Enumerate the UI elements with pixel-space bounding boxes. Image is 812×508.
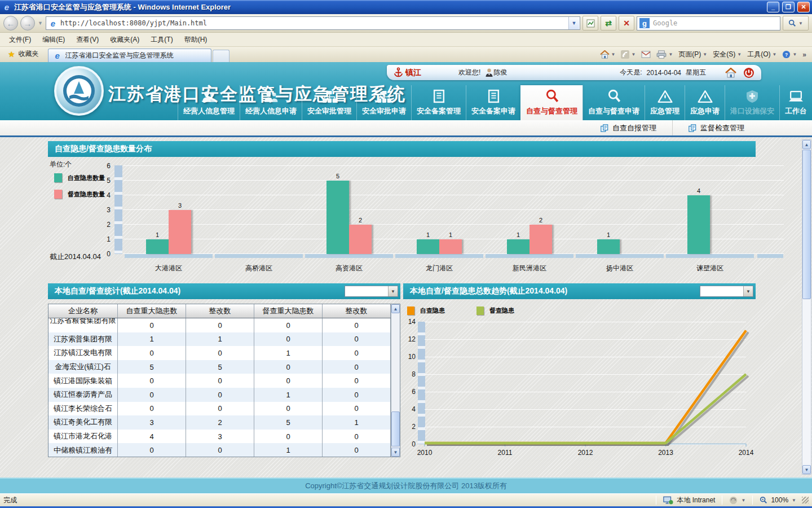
nav-item[interactable]: 安全备案申请 — [466, 85, 520, 120]
table-column-header[interactable]: 整改数 — [186, 304, 254, 318]
forward-button[interactable]: → — [20, 16, 35, 30]
nav-item[interactable]: 安全备案管理 — [411, 85, 466, 120]
table-cell: 0 — [254, 374, 323, 388]
menu-item-4[interactable]: 工具(T) — [145, 33, 178, 47]
submenu-item[interactable]: 监督检查管理 — [673, 120, 760, 135]
favorites-button[interactable]: ★ 收藏夹 — [2, 46, 45, 62]
logout-power-icon[interactable] — [743, 67, 754, 78]
search-placeholder[interactable]: Google — [653, 19, 677, 27]
print-button[interactable]: ▼ — [656, 50, 673, 59]
nav-item[interactable]: 港口设施保安 — [725, 85, 779, 120]
table-scroll-up-icon[interactable]: ▲ — [391, 304, 400, 313]
line-x-tick-label: 2011 — [488, 449, 522, 457]
minimize-button[interactable]: _ — [767, 2, 779, 12]
nav-item[interactable]: 工作台 — [779, 85, 812, 120]
nav-item[interactable]: 自查与督查申请 — [582, 85, 645, 120]
url-text[interactable]: http://localhost:8080/yjpt/Main.html — [60, 19, 566, 27]
new-tab-button[interactable] — [213, 50, 230, 62]
search-icon — [788, 19, 796, 27]
menu-item-0[interactable]: 文件(F) — [3, 33, 37, 47]
page-scrollbar[interactable]: ▲ ▼ — [802, 139, 811, 475]
nav-item[interactable]: 经营人信息申请 — [240, 85, 302, 120]
line-filter-arrow-icon[interactable]: ▼ — [743, 286, 753, 296]
tools-menu[interactable]: 工具(O)▼ — [747, 50, 776, 59]
page-scroll-down-icon[interactable]: ▼ — [802, 465, 811, 474]
table-row[interactable]: 江苏省粮食集团有限0000 — [48, 318, 391, 332]
table-row[interactable]: 金海宏业(镇江)石5500 — [48, 360, 391, 374]
compatibility-button[interactable] — [582, 16, 598, 30]
menu-item-3[interactable]: 收藏夹(A) — [104, 33, 145, 47]
protected-mode-arrow-icon[interactable]: ▼ — [741, 498, 745, 503]
nav-item[interactable]: 自查与督查管理 — [520, 85, 582, 120]
company-name: 镇江市港龙石化港 — [54, 431, 112, 441]
home-button[interactable]: ▼ — [600, 50, 616, 59]
search-dropdown-icon[interactable]: ▼ — [798, 21, 803, 26]
table-column-header[interactable]: 自查重大隐患数 — [118, 304, 186, 318]
refresh-button[interactable]: ⇄ — [601, 16, 616, 30]
home-dropdown-icon[interactable]: ▼ — [611, 52, 616, 57]
home-shortcut-icon[interactable] — [725, 68, 736, 78]
nav-item[interactable]: 安全审批申请 — [356, 85, 411, 120]
bar-baseline-segment — [305, 254, 393, 258]
nav-item[interactable]: 应急管理 — [645, 85, 685, 120]
menu-item-1[interactable]: 编辑(E) — [37, 33, 70, 47]
nav-item[interactable]: 应急申请 — [685, 85, 725, 120]
page-menu[interactable]: 页面(P)▼ — [678, 50, 707, 59]
table-row[interactable]: 镇江恒泰沥青产品0010 — [48, 388, 391, 402]
nav-item-label: 自查与督查管理 — [526, 106, 577, 116]
table-scroll-down-icon[interactable]: ▼ — [391, 448, 400, 457]
menu-item-5[interactable]: 帮助(H) — [179, 33, 213, 47]
nav-item[interactable]: 安全审批管理 — [302, 85, 356, 120]
zoom-arrow-icon[interactable]: ▼ — [792, 498, 796, 503]
page-scroll-thumb[interactable] — [802, 150, 811, 299]
search-button[interactable]: ▼ — [783, 16, 809, 30]
url-dropdown-icon[interactable]: ▼ — [568, 17, 579, 29]
help-button[interactable]: ? ▼ — [782, 50, 797, 59]
help-dropdown-icon[interactable]: ▼ — [792, 52, 797, 57]
page-scroll-up-icon[interactable]: ▲ — [802, 140, 811, 149]
menu-item-2[interactable]: 查看(V) — [70, 33, 104, 47]
maximize-button[interactable]: ❐ — [782, 2, 795, 12]
table-row[interactable]: 镇江李长荣综合石0000 — [48, 402, 391, 416]
submenu-item[interactable]: 自查自报管理 — [585, 120, 673, 135]
resize-grip[interactable] — [802, 497, 809, 503]
close-button[interactable]: ✕ — [797, 2, 810, 12]
history-dropdown-icon[interactable]: ▼ — [37, 20, 43, 26]
table-row[interactable]: 江苏镇江发电有限0010 — [48, 346, 391, 360]
feeds-button[interactable]: ▼ — [621, 50, 636, 59]
table-column-header[interactable]: 整改数 — [323, 304, 391, 318]
zoom-control[interactable]: 100% ▼ — [756, 496, 800, 504]
bar-value-label: 1 — [417, 231, 439, 238]
safety-menu[interactable]: 安全(S)▼ — [713, 50, 742, 59]
url-field[interactable]: e http://localhost:8080/yjpt/Main.html ▼ — [46, 16, 580, 30]
feeds-dropdown-icon[interactable]: ▼ — [631, 52, 636, 57]
line-filter-select[interactable]: ▼ — [700, 286, 753, 297]
table-column-header[interactable]: 督查重大隐患数 — [254, 304, 323, 318]
table-row[interactable]: 镇江奇美化工有限3251 — [48, 415, 391, 430]
back-button[interactable]: ← — [3, 16, 18, 30]
company-name: 镇江李长荣综合石 — [54, 404, 112, 414]
statistics-table: 企业名称自查重大隐患数整改数督查重大隐患数整改数 江苏省粮食集团有限0000江苏… — [48, 304, 400, 457]
table-row[interactable]: 中储粮镇江粮油有0010 — [48, 443, 391, 457]
table-cell: 5 — [186, 360, 254, 374]
table-filter-select[interactable]: ▼ — [345, 286, 398, 297]
protected-mode-button[interactable]: ▼ — [726, 496, 749, 504]
table-filter-arrow-icon[interactable]: ▼ — [388, 286, 398, 296]
browser-tab[interactable]: e 江苏省港口安全监管与应急管理系统 — [48, 49, 211, 62]
people-icon — [201, 88, 217, 103]
table-row[interactable]: 江苏索普集团有限1100 — [48, 332, 391, 347]
table-scroll-thumb[interactable] — [391, 411, 400, 446]
port-logo-emblem-icon — [61, 73, 96, 108]
table-cell: 0 — [323, 346, 391, 360]
overflow-chevron-icon[interactable]: » — [802, 51, 806, 59]
read-mail-button[interactable] — [641, 51, 651, 58]
nav-item[interactable]: 经营人信息管理 — [178, 85, 240, 120]
stop-button[interactable]: ✕ — [619, 16, 634, 30]
table-cell: 0 — [323, 388, 391, 402]
search-box[interactable]: g Google — [637, 16, 780, 30]
table-row[interactable]: 镇江市港龙石化港4300 — [48, 430, 391, 444]
table-column-header[interactable]: 企业名称 — [48, 304, 118, 318]
table-row[interactable]: 镇江港国际集装箱0000 — [48, 374, 391, 388]
print-dropdown-icon[interactable]: ▼ — [668, 52, 673, 57]
table-scrollbar[interactable]: ▲ ▼ — [391, 304, 400, 457]
